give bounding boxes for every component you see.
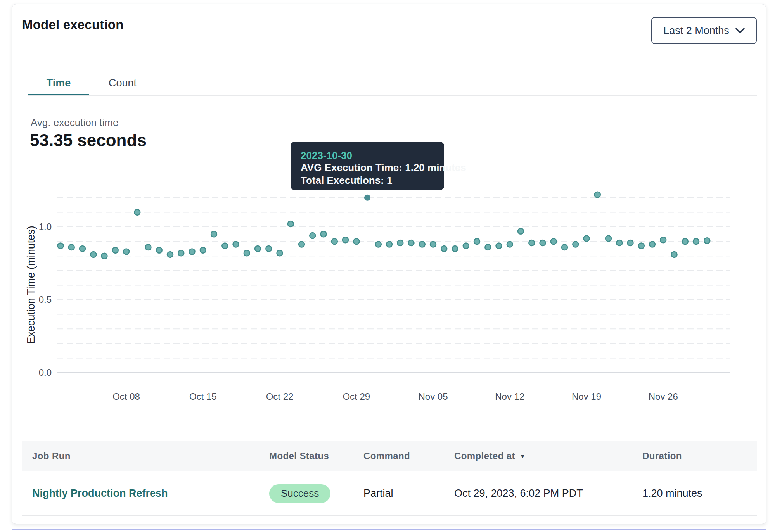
chart-tooltip: 2023-10-30 AVG Execution Time: 1.20 minu…: [291, 142, 444, 190]
tab-count-label: Count: [109, 77, 137, 89]
tooltip-date: 2023-10-30: [301, 150, 434, 161]
date-range-label: Last 2 Months: [663, 25, 729, 37]
command-cell: Partial: [363, 487, 393, 499]
svg-text:Oct 08: Oct 08: [112, 391, 140, 402]
header-model-status[interactable]: Model Status: [269, 441, 329, 471]
job-runs-table: Job Run Model Status Command Completed a…: [22, 441, 757, 516]
tooltip-total-executions: Total Executions: 1: [301, 174, 434, 187]
tab-count[interactable]: Count: [97, 72, 148, 94]
svg-text:0.0: 0.0: [39, 367, 52, 378]
tabs-divider: [28, 95, 757, 96]
header-completed-at[interactable]: Completed at ▼: [454, 441, 526, 471]
execution-time-chart: Execution Time (minutes) 0.00.51.0Oct 08…: [12, 190, 767, 408]
sort-descending-icon[interactable]: ▼: [520, 453, 526, 459]
job-run-link[interactable]: Nightly Production Refresh: [32, 487, 168, 499]
svg-text:Oct 29: Oct 29: [343, 391, 370, 402]
svg-text:Nov 19: Nov 19: [572, 391, 601, 402]
chevron-down-icon: [735, 28, 745, 33]
date-range-dropdown[interactable]: Last 2 Months: [651, 17, 757, 44]
chart-svg[interactable]: 0.00.51.0Oct 08Oct 15Oct 22Oct 29Nov 05N…: [12, 190, 767, 408]
page-title: Model execution: [22, 17, 124, 32]
svg-text:1.0: 1.0: [39, 221, 52, 232]
svg-text:Nov 12: Nov 12: [495, 391, 524, 402]
header-duration[interactable]: Duration: [642, 441, 682, 471]
metric-value: 53.35 seconds: [30, 131, 147, 150]
svg-text:Oct 22: Oct 22: [266, 391, 294, 402]
table-row: Nightly Production Refresh Success Parti…: [22, 471, 757, 516]
tooltip-avg-execution-time: AVG Execution Time: 1.20 minutes: [301, 161, 434, 174]
header-job-run[interactable]: Job Run: [32, 441, 71, 471]
table-header-row: Job Run Model Status Command Completed a…: [22, 441, 757, 471]
completed-at-cell: Oct 29, 2023, 6:02 PM PDT: [454, 487, 583, 499]
svg-text:0.5: 0.5: [39, 294, 52, 305]
next-card-top-edge: [12, 529, 766, 530]
tab-time[interactable]: Time: [28, 72, 89, 94]
duration-cell: 1.20 minutes: [642, 487, 702, 499]
svg-text:Nov 05: Nov 05: [418, 391, 448, 402]
svg-text:Nov 26: Nov 26: [649, 391, 678, 402]
tab-time-label: Time: [47, 77, 71, 89]
chart-tabs: Time Count: [12, 72, 766, 95]
svg-text:Oct 15: Oct 15: [189, 391, 217, 402]
status-badge: Success: [269, 484, 330, 503]
header-command[interactable]: Command: [363, 441, 410, 471]
model-execution-card: Model execution Last 2 Months Time Count…: [12, 4, 766, 524]
metric-label: Avg. execution time: [31, 117, 118, 129]
